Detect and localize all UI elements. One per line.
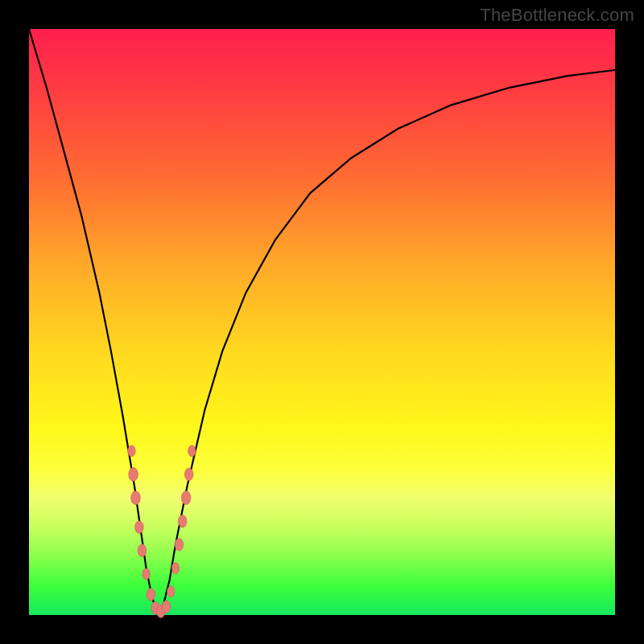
data-marker <box>175 539 184 551</box>
data-marker <box>178 515 187 528</box>
data-marker <box>138 544 147 557</box>
data-marker <box>142 568 150 580</box>
data-marker <box>162 601 171 613</box>
data-marker <box>131 491 141 505</box>
data-marker <box>129 468 138 481</box>
chart-svg <box>29 29 615 615</box>
data-marker <box>128 445 135 456</box>
data-marker <box>167 586 175 597</box>
data-marker <box>135 521 144 534</box>
data-marker <box>181 491 191 505</box>
data-marker <box>188 445 196 456</box>
data-marker <box>147 588 155 601</box>
chart-frame: TheBottleneck.com <box>0 0 644 644</box>
data-marker <box>184 469 193 481</box>
watermark-text: TheBottleneck.com <box>480 5 634 26</box>
plot-area <box>29 29 615 615</box>
bottleneck-curve <box>29 29 615 615</box>
data-marker <box>171 563 179 574</box>
marker-group <box>128 445 196 617</box>
